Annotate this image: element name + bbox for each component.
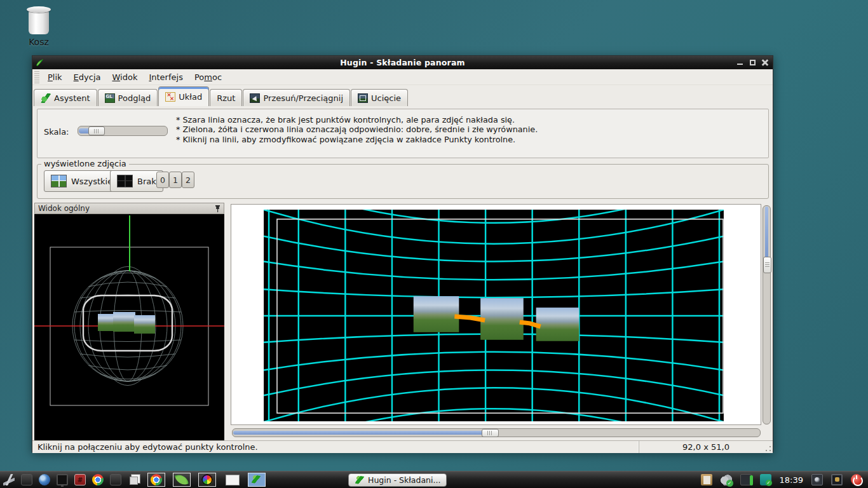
- no-images-icon: [117, 175, 133, 187]
- clipboard-icon[interactable]: [699, 473, 714, 487]
- minimize-icon[interactable]: [736, 59, 743, 66]
- window-title: Hugin - Składanie panoram: [32, 58, 773, 67]
- desktop: Kosz Hugin - Składanie panoram Plik Edyc…: [0, 0, 868, 488]
- blank-app-icon[interactable]: [225, 473, 240, 487]
- system-tray: 18:39: [698, 473, 868, 487]
- przesun-icon: [250, 93, 260, 103]
- hugin-icon: [355, 475, 365, 485]
- menubar-grip[interactable]: [34, 71, 39, 83]
- clock[interactable]: 18:39: [776, 475, 806, 485]
- uklad-icon: [165, 92, 175, 102]
- maximize-icon[interactable]: [749, 59, 756, 66]
- image-toggle-1[interactable]: 1: [169, 172, 182, 188]
- asystent-icon: [41, 93, 51, 103]
- status-message: Kliknij na połączeniu aby edytować punkt…: [32, 441, 639, 453]
- show-all-button[interactable]: Wszystkie: [44, 170, 119, 192]
- legend-notes: * Szara linia oznacza, że brak jest punk…: [176, 115, 538, 144]
- titlebar[interactable]: Hugin - Składanie panoram: [32, 56, 773, 69]
- lock-screen-icon[interactable]: [829, 473, 844, 487]
- cloud-sync-icon[interactable]: [719, 473, 734, 487]
- group-title: wyświetlone zdjęcia: [41, 159, 129, 168]
- menubar: Plik Edycja Widok Interfejs Pomoc: [32, 69, 773, 85]
- screenshot-icon[interactable]: [810, 473, 825, 487]
- terminal-icon[interactable]: #: [72, 473, 88, 487]
- hugin-window-icon: [35, 58, 45, 67]
- image-toggle-2[interactable]: 2: [182, 172, 194, 188]
- windows-icon[interactable]: [126, 473, 141, 487]
- chrome-icon[interactable]: [90, 473, 105, 487]
- overview-title: Widok ogólny: [38, 204, 90, 213]
- all-images-icon: [51, 175, 67, 187]
- lxde-menu-icon[interactable]: [1, 473, 17, 487]
- tab-uklad[interactable]: Układ: [158, 86, 209, 106]
- menu-widok[interactable]: Widok: [107, 71, 144, 84]
- image-toggle-0[interactable]: 0: [156, 172, 169, 188]
- menu-interfejs[interactable]: Interfejs: [143, 71, 188, 84]
- note-line: * Szara linia oznacza, że brak jest punk…: [176, 115, 538, 125]
- horizontal-slider-handle[interactable]: [482, 429, 499, 437]
- menu-pomoc[interactable]: Pomoc: [189, 71, 227, 84]
- overview-3d-canvas[interactable]: [34, 214, 224, 440]
- resize-grip[interactable]: [764, 445, 772, 452]
- scale-slider[interactable]: [78, 126, 168, 136]
- close-icon[interactable]: [762, 59, 769, 66]
- taskbar-window-button[interactable]: Hugin - Składani...: [348, 473, 447, 487]
- tab-uciecie[interactable]: Ucięcie: [351, 89, 408, 106]
- canvas-size-indicator: 92,0 x 51,0: [639, 441, 773, 453]
- web-browser-icon[interactable]: [37, 473, 52, 487]
- overview-panel: Widok ogólny: [34, 203, 224, 440]
- menu-plik[interactable]: Plik: [42, 71, 68, 84]
- show-none-button[interactable]: Brak: [110, 170, 163, 192]
- trash-icon[interactable]: Kosz: [17, 5, 61, 47]
- podglad-gl-icon: GL: [105, 93, 115, 103]
- shutdown-icon[interactable]: [849, 473, 864, 487]
- trash-label: Kosz: [17, 37, 61, 47]
- overview-photos: [98, 312, 155, 334]
- note-line: * Kliknij na linii, aby zmodyfikować pow…: [176, 135, 538, 144]
- status-bar: Kliknij na połączeniu aby edytować punkt…: [32, 440, 773, 453]
- note-line: * Zielona, żółta i czerwona linia oznacz…: [176, 125, 538, 134]
- scale-info-panel: Skala: * Szara linia oznacza, że brak je…: [37, 109, 769, 158]
- chrome-launcher-icon[interactable]: [147, 473, 165, 487]
- vertical-position-slider[interactable]: [763, 205, 771, 424]
- leaf-app-icon[interactable]: [173, 473, 191, 487]
- taskbar: # Hugin - Składani... 18:39: [0, 471, 868, 488]
- display-icon[interactable]: [55, 473, 70, 487]
- documents-icon[interactable]: [108, 473, 123, 487]
- uciecie-icon: [358, 93, 368, 103]
- pin-icon[interactable]: [215, 205, 220, 213]
- scale-slider-handle[interactable]: [88, 126, 105, 135]
- overview-header: Widok ogólny: [34, 203, 224, 214]
- tab-podglad[interactable]: GL Podgląd: [98, 89, 158, 106]
- tab-asystent[interactable]: Asystent: [34, 89, 97, 106]
- vertical-slider-handle[interactable]: [763, 257, 771, 273]
- scale-label: Skala:: [44, 127, 69, 137]
- menu-edycja[interactable]: Edycja: [68, 71, 107, 84]
- hugin-launcher-icon[interactable]: [248, 473, 266, 487]
- sync-box-icon[interactable]: [758, 473, 773, 487]
- file-manager-icon[interactable]: [19, 473, 34, 487]
- displayed-images-group: wyświetlone zdjęcia Wszystkie Brak 0 1 2: [37, 164, 769, 199]
- trash-can-glyph: [27, 5, 51, 34]
- tab-rzut[interactable]: Rzut: [210, 89, 242, 106]
- horizontal-position-slider[interactable]: [232, 428, 761, 437]
- tab-przesun[interactable]: Przesuń/Przeciągnij: [243, 89, 350, 106]
- layout-canvas[interactable]: [231, 204, 761, 425]
- hugin-window: Hugin - Składanie panoram Plik Edycja Wi…: [32, 55, 773, 452]
- print-queue-icon[interactable]: [738, 473, 754, 487]
- color-wheel-icon[interactable]: [198, 473, 216, 487]
- tab-bar: Asystent GL Podgląd Układ Rzut Przesuń/P…: [34, 86, 771, 106]
